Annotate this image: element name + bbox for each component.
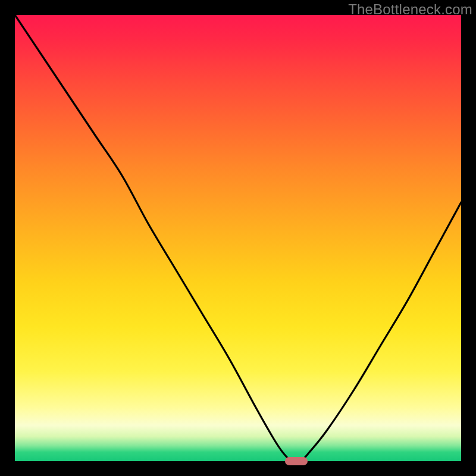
bottleneck-curve (15, 15, 461, 461)
plot-area (15, 15, 461, 461)
curve-path (15, 15, 461, 461)
chart-frame: TheBottleneck.com (0, 0, 476, 476)
optimal-marker (285, 457, 308, 465)
watermark-text: TheBottleneck.com (348, 1, 472, 18)
